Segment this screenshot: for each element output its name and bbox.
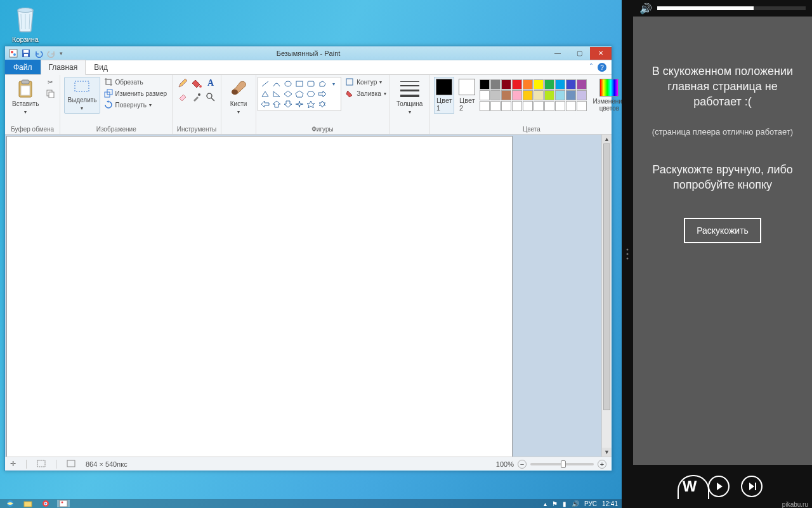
palette-swatch[interactable] — [480, 101, 490, 111]
shape-pent[interactable] — [294, 89, 305, 99]
palette-swatch[interactable] — [566, 90, 576, 100]
palette-swatch[interactable] — [480, 90, 490, 100]
qat-dropdown-icon[interactable]: ▾ — [60, 50, 63, 57]
splitter[interactable] — [622, 0, 633, 508]
paste-button[interactable]: Вставить ▾ — [9, 77, 42, 117]
zoom-out-button[interactable]: − — [518, 460, 527, 469]
recycle-bin[interactable]: Корзина — [9, 4, 42, 43]
eraser-tool[interactable] — [176, 91, 189, 104]
taskbar-ie[interactable] — [4, 500, 16, 507]
pencil-tool[interactable] — [176, 77, 189, 90]
minimize-button[interactable]: — — [547, 47, 568, 60]
help-icon[interactable]: ? — [598, 63, 606, 72]
shape-rtri[interactable] — [271, 89, 282, 99]
cut-button[interactable]: ✂ — [44, 77, 56, 87]
palette-swatch[interactable] — [566, 101, 576, 111]
shape-star4[interactable] — [294, 99, 305, 109]
tab-view[interactable]: Вид — [86, 60, 116, 74]
expand-button[interactable]: Раскукожить — [684, 218, 761, 243]
shape-curve[interactable] — [271, 79, 282, 89]
vertical-scrollbar[interactable]: ▲ ▼ — [601, 135, 612, 457]
brushes-button[interactable]: Кисти ▾ — [225, 77, 252, 117]
tray-lang[interactable]: РУС — [584, 500, 597, 507]
qat-undo-icon[interactable] — [34, 49, 43, 58]
palette-swatch[interactable] — [566, 79, 576, 90]
color2-button[interactable]: Цвет 2 — [457, 77, 477, 114]
palette-swatch[interactable] — [512, 101, 522, 111]
palette-swatch[interactable] — [490, 90, 501, 100]
shape-roundrect[interactable] — [305, 79, 317, 89]
palette-swatch[interactable] — [523, 90, 533, 100]
shapes-gallery[interactable]: ▾ — [258, 77, 341, 111]
zoom-knob[interactable] — [561, 460, 566, 468]
palette-swatch[interactable] — [501, 79, 511, 90]
text-tool[interactable]: A — [204, 77, 217, 90]
shape-star6[interactable] — [317, 99, 328, 109]
tray-flag-icon[interactable]: ⚑ — [552, 500, 558, 507]
tab-home[interactable]: Главная — [41, 60, 86, 75]
palette-swatch[interactable] — [555, 101, 565, 111]
select-button[interactable]: Выделить ▾ — [64, 77, 100, 114]
shape-hex[interactable] — [305, 89, 317, 99]
picker-tool[interactable] — [190, 91, 203, 104]
ribbon-collapse-icon[interactable]: ˆ — [590, 63, 593, 72]
scroll-thumb[interactable] — [603, 144, 610, 410]
fill-tool[interactable] — [190, 77, 203, 90]
thickness-button[interactable]: Толщина ▾ — [393, 77, 426, 117]
scroll-up-icon[interactable]: ▲ — [602, 135, 612, 144]
tray-network-icon[interactable]: ▮ — [563, 500, 566, 507]
tray-time[interactable]: 12:41 — [602, 500, 618, 507]
palette-swatch[interactable] — [523, 79, 533, 90]
shape-arrowR[interactable] — [317, 89, 328, 99]
palette-swatch[interactable] — [501, 90, 511, 100]
shape-tri[interactable] — [259, 89, 271, 99]
shape-line[interactable] — [259, 79, 271, 89]
titlebar[interactable]: ▾ Безымянный - Paint — ▢ ✕ — [5, 46, 612, 60]
palette-swatch[interactable] — [577, 101, 587, 111]
palette-swatch[interactable] — [501, 101, 511, 111]
play-button[interactable] — [708, 476, 730, 497]
palette-swatch[interactable] — [544, 79, 554, 90]
shape-arrowD[interactable] — [282, 99, 294, 109]
shape-star5[interactable] — [305, 99, 317, 109]
qat-redo-icon[interactable] — [47, 49, 56, 58]
maximize-button[interactable]: ▢ — [568, 47, 590, 60]
rotate-button[interactable]: Повернуть▾ — [103, 100, 168, 110]
taskbar-paint[interactable] — [57, 500, 70, 507]
shape-oval[interactable] — [282, 79, 294, 89]
zoom-slider[interactable] — [530, 463, 594, 465]
palette-swatch[interactable] — [490, 101, 501, 111]
volume-icon[interactable]: 🔊 — [639, 3, 652, 15]
taskbar-chrome[interactable] — [39, 500, 52, 507]
palette-swatch[interactable] — [480, 79, 490, 90]
palette-swatch[interactable] — [544, 101, 554, 111]
canvas[interactable] — [6, 136, 513, 457]
shape-arrowU[interactable] — [271, 99, 282, 109]
palette-swatch[interactable] — [534, 101, 544, 111]
copy-button[interactable] — [44, 88, 56, 98]
zoom-in-button[interactable]: + — [598, 460, 606, 469]
tab-file[interactable]: Файл — [5, 60, 41, 74]
taskbar-explorer[interactable] — [22, 500, 34, 507]
palette-swatch[interactable] — [555, 90, 565, 100]
color1-button[interactable]: Цвет 1 — [434, 77, 454, 114]
tray-volume-icon[interactable]: 🔊 — [572, 500, 579, 507]
resize-button[interactable]: Изменить размер — [103, 88, 168, 98]
shapes-expand[interactable]: ▾ — [328, 79, 339, 89]
shape-diamond[interactable] — [282, 89, 294, 99]
shape-polygon[interactable] — [317, 79, 328, 89]
palette-swatch[interactable] — [512, 79, 522, 90]
shape-arrowL[interactable] — [259, 99, 271, 109]
palette-swatch[interactable] — [490, 79, 501, 90]
close-button[interactable]: ✕ — [590, 47, 612, 60]
shape-outline-button[interactable]: Контур▾ — [344, 77, 388, 87]
crop-button[interactable]: Обрезать — [103, 77, 168, 87]
scroll-down-icon[interactable]: ▼ — [602, 448, 612, 457]
qat-save-icon[interactable] — [22, 49, 30, 58]
palette-swatch[interactable] — [534, 90, 544, 100]
tray-up-icon[interactable]: ▴ — [544, 500, 547, 507]
palette-swatch[interactable] — [555, 79, 565, 90]
shape-fill-button[interactable]: Заливка▾ — [344, 88, 388, 98]
palette-swatch[interactable] — [523, 101, 533, 111]
palette-swatch[interactable] — [577, 79, 587, 90]
